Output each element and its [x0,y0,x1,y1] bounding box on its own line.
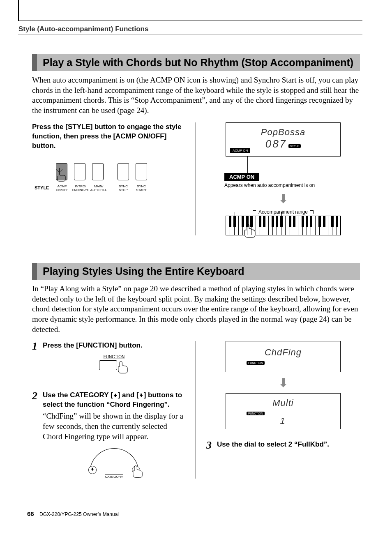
section1-paragraph: When auto accompaniment is on (the ACMP … [32,75,360,116]
black-key [318,216,321,228]
black-key [242,216,244,228]
section1-heading: Play a Style with Chords but No Rhythm (… [32,54,360,71]
panel-label-syncstart: SYNC START [134,184,149,192]
black-key [310,216,312,228]
lcd-display-popbossa: PopBossa 087 STYLE ACMP ON [226,122,341,157]
page-footer: 66 DGX-220/YPG-225 Owner’s Manual [27,510,119,517]
hand-press-icon [116,360,129,374]
lcd-style-number: 087 [265,138,287,150]
panel-label-acmp: ACMP ON/OFF [55,184,69,192]
black-key [259,216,261,228]
accomp-range-label-row: Accompaniment range [206,209,360,215]
down-arrow-icon: ⬇ [206,191,360,206]
lcd-display-multi: Multi FUNCTION 1 [226,393,341,429]
category-up-icon [113,393,118,398]
hand-press-icon [131,465,144,479]
style-panel-diagram: STYLE ACMP ON/OFF INTRO/ ENDING/rit. MAI… [35,157,185,202]
section2-right-col: ChdFing FUNCTION ⬇ Multi FUNCTION 1 3 Us… [196,341,360,479]
black-key [293,216,295,228]
panel-label-intro: INTRO/ ENDING/rit. [71,184,90,192]
lcd-style-name: PopBossa [230,127,336,138]
keyboard-diagram [226,216,341,235]
function-button-icon [99,360,117,370]
lcd-style-tag: STYLE [288,144,301,148]
category-down-icon [139,393,144,398]
black-key [250,216,253,228]
page-number: 66 [27,510,34,517]
page-corner-h [18,21,362,21]
panel-btn-intro [74,163,85,180]
section2-left-col: 1 Press the [FUNCTION] button. FUNCTION … [32,341,196,479]
finger-press-icon [54,166,69,183]
black-key [323,216,325,228]
black-key [331,216,334,228]
step1-number: 1 [32,341,39,374]
black-key [246,216,249,228]
step2-text-b: ] and [ [118,391,139,399]
panel-btn-syncstop [118,163,129,180]
lcd-chdfing-tag: FUNCTION [247,361,265,365]
function-label: FUNCTION [43,355,185,359]
step2-text: Use the CATEGORY [] and [] buttons to se… [43,391,185,410]
step3-text: Use the dial to select 2 “FullKbd”. [217,440,360,449]
black-key [229,216,231,228]
lcd-acmp-indicator: ACMP ON [230,148,250,153]
black-key [263,216,265,228]
panel-btn-syncstart [136,163,147,180]
lcd-display-chdfing: ChdFing FUNCTION [226,341,341,372]
section-entire-keyboard: Playing Styles Using the Entire Keyboard… [0,263,392,479]
lcd-multi-name: Multi [230,398,336,408]
step-3: 3 Use the dial to select 2 “FullKbd”. [206,440,360,451]
step2-sub: “ChdFing” will be shown in the display f… [43,411,185,442]
category-label: CATEGORY [105,474,123,479]
category-dial-diagram: CATEGORY [43,448,185,477]
step2-text-a: Use the CATEGORY [ [43,391,113,399]
section2-paragraph: In “Play Along with a Style” on page 20 … [32,284,360,334]
callout-line [247,157,248,173]
panel-label-syncstop: SYNC STOP [116,184,131,192]
black-key [336,216,338,228]
category-down-icon [90,467,95,471]
header-underline [18,34,362,35]
step2-number: 2 [32,391,39,477]
range-mark [281,212,282,216]
category-down-button [88,466,97,474]
step-2: 2 Use the CATEGORY [] and [] buttons to … [32,391,185,477]
panel-label-main: MAIN/ AUTO FILL [90,184,108,192]
style-label: STYLE [35,185,49,190]
lcd-multi-tag: FUNCTION [247,412,265,415]
black-key [233,216,236,228]
black-key [302,216,304,228]
step-1: 1 Press the [FUNCTION] button. FUNCTION [32,341,185,374]
function-button-diagram: FUNCTION [43,355,185,374]
black-key [276,216,278,228]
black-key [272,216,274,228]
section1-right-col: PopBossa 087 STYLE ACMP ON ACMP ON Appea… [196,122,360,235]
page-corner-v [18,0,19,21]
chapter-title: Style (Auto-accompaniment) Functions [18,25,148,33]
step1-text: Press the [FUNCTION] button. [43,341,185,350]
section-stop-accompaniment: Play a Style with Chords but No Rhythm (… [0,54,392,235]
black-key [280,216,283,228]
lcd-multi-number: 1 [230,416,336,426]
down-arrow-icon: ⬇ [206,375,360,390]
acmp-caption: Appears when auto accompaniment is on [224,182,360,188]
manual-title: DGX-220/YPG-225 Owner’s Manual [39,511,119,517]
section1-left-col: Press the [STYLE] button to engage the s… [32,122,196,235]
black-key [289,216,291,228]
accomp-range-label: Accompaniment range [256,209,310,215]
lcd-chdfing-name: ChdFing [230,347,336,358]
range-mark [235,212,235,216]
panel-btn-main [92,163,104,180]
step3-number: 3 [206,440,214,451]
black-key [306,216,308,228]
acmp-on-badge: ACMP ON [224,173,259,181]
section2-heading: Playing Styles Using the Entire Keyboard [32,263,360,280]
section1-instruction: Press the [STYLE] button to engage the s… [32,122,185,151]
